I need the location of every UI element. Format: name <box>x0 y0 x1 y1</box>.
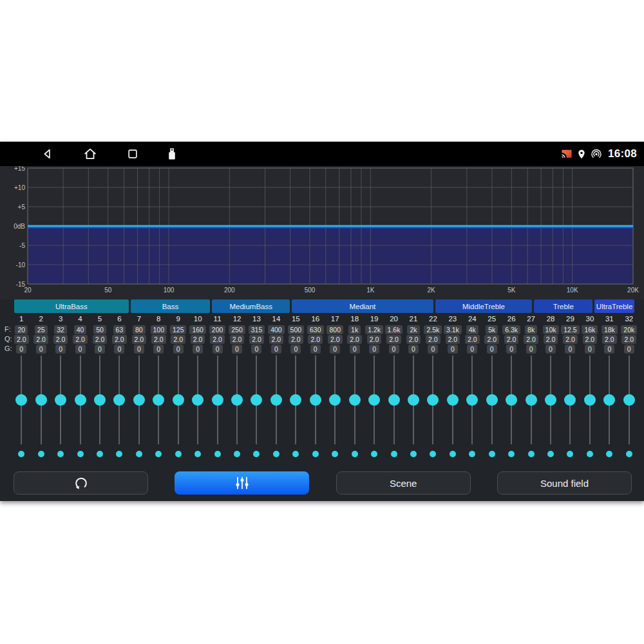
slider-thumb[interactable] <box>466 394 478 406</box>
slider-thumb[interactable] <box>526 394 537 406</box>
slider-thumb[interactable] <box>506 394 517 406</box>
gain-chip: 0 <box>232 345 242 354</box>
q-chip: 2.0 <box>484 335 499 344</box>
gain-chip: 0 <box>565 345 575 354</box>
band-indicator-dot <box>77 451 84 457</box>
slider-thumb[interactable] <box>486 394 498 406</box>
slider-thumb[interactable] <box>153 394 164 406</box>
freq-row-label: F: <box>5 325 11 334</box>
band-group-mediant: Mediant <box>292 299 433 313</box>
band-numbers-row: 1234567891011121314151617181920212223242… <box>12 314 639 324</box>
slider-thumb[interactable] <box>192 394 204 406</box>
band-number: 4 <box>70 314 90 324</box>
q-chip: 2.0 <box>171 335 185 344</box>
band-number: 28 <box>541 314 560 324</box>
slider-thumb[interactable] <box>349 394 361 406</box>
freq-chip: 1.2k <box>365 325 383 334</box>
band-number: 22 <box>423 314 442 324</box>
band-number: 21 <box>404 314 423 324</box>
home-icon <box>83 147 97 161</box>
band-number: 18 <box>345 314 364 324</box>
slider-thumb[interactable] <box>251 394 262 406</box>
slider-thumb[interactable] <box>270 394 282 406</box>
gain-chip: 0 <box>389 345 399 354</box>
reset-button[interactable] <box>14 471 148 495</box>
slider-thumb[interactable] <box>368 394 380 406</box>
freq-chip: 8k <box>525 325 537 334</box>
band-number: 9 <box>169 314 188 324</box>
band-number: 5 <box>90 314 109 324</box>
band-group-treble: Treble <box>534 299 592 313</box>
home-button[interactable] <box>82 142 99 166</box>
q-chip: 2.0 <box>621 335 636 344</box>
slider-thumb[interactable] <box>133 394 145 406</box>
band-number: 8 <box>149 314 168 324</box>
status-bar: 16:08 <box>0 142 644 166</box>
band-indicator-dot <box>587 451 593 457</box>
recents-button[interactable] <box>124 142 141 166</box>
slider-thumb[interactable] <box>173 394 184 406</box>
slider-thumb[interactable] <box>603 394 615 406</box>
slider-thumb[interactable] <box>75 394 86 406</box>
slider-thumb[interactable] <box>427 394 439 406</box>
svg-text:100: 100 <box>164 287 175 294</box>
slider-thumb[interactable] <box>564 394 576 406</box>
svg-text:+10: +10 <box>14 184 25 191</box>
q-chip: 2.0 <box>210 335 225 344</box>
freq-chip: 1.6k <box>385 325 403 334</box>
gain-chip: 0 <box>114 345 124 354</box>
svg-text:2K: 2K <box>428 287 436 294</box>
band-number: 3 <box>51 314 70 324</box>
slider-thumb[interactable] <box>290 394 301 406</box>
slider-thumb[interactable] <box>113 394 125 406</box>
back-button[interactable] <box>39 142 56 166</box>
indicator-dots-row <box>12 450 639 459</box>
slider-thumb[interactable] <box>408 394 419 406</box>
sound-field-button[interactable]: Sound field <box>497 471 632 495</box>
band-indicator-dot <box>97 451 103 457</box>
slider-thumb[interactable] <box>231 394 243 406</box>
slider-thumb[interactable] <box>94 394 106 406</box>
slider-thumb[interactable] <box>623 394 635 406</box>
freq-chip: 20 <box>15 325 28 334</box>
band-indicator-dot <box>469 451 475 457</box>
freq-chip: 315 <box>249 325 265 334</box>
bottom-buttons-row: Scene Sound field <box>14 471 632 495</box>
gain-chip: 0 <box>467 345 477 354</box>
q-chip: 2.0 <box>73 335 88 344</box>
gain-chip: 0 <box>271 345 281 354</box>
q-chip: 2.0 <box>328 335 343 344</box>
slider-thumb[interactable] <box>447 394 459 406</box>
gain-chip: 0 <box>134 345 144 354</box>
slider-thumb[interactable] <box>310 394 321 406</box>
slider-thumb[interactable] <box>329 394 341 406</box>
scene-button[interactable]: Scene <box>336 471 471 495</box>
q-chip: 2.0 <box>367 335 382 344</box>
band-number: 30 <box>580 314 600 324</box>
gain-chip: 0 <box>55 345 66 354</box>
svg-text:0dB: 0dB <box>14 223 25 230</box>
slider-thumb[interactable] <box>545 394 556 406</box>
slider-thumb[interactable] <box>584 394 596 406</box>
slider-thumb[interactable] <box>15 394 27 406</box>
q-chip: 2.0 <box>504 335 519 344</box>
band-indicator-dot <box>234 451 240 457</box>
slider-thumb[interactable] <box>388 394 400 406</box>
slider-thumb[interactable] <box>55 394 66 406</box>
freq-chip: 160 <box>189 325 206 334</box>
band-indicator-dot <box>136 451 142 457</box>
q-chip: 2.0 <box>151 335 166 344</box>
freq-chip: 40 <box>74 325 87 334</box>
equalizer-tab-button[interactable] <box>175 471 309 495</box>
band-indicator-dot <box>508 451 515 457</box>
slider-thumb[interactable] <box>212 394 223 406</box>
scene-button-label: Scene <box>390 478 417 489</box>
hotspot-icon <box>590 147 603 160</box>
q-row: 2.02.02.02.02.02.02.02.02.02.02.02.02.02… <box>12 334 639 344</box>
gain-chip: 0 <box>193 345 203 354</box>
recents-icon <box>126 147 139 160</box>
gain-chip: 0 <box>428 345 438 354</box>
band-number: 29 <box>560 314 580 324</box>
svg-text:200: 200 <box>224 287 235 294</box>
slider-thumb[interactable] <box>35 394 47 406</box>
